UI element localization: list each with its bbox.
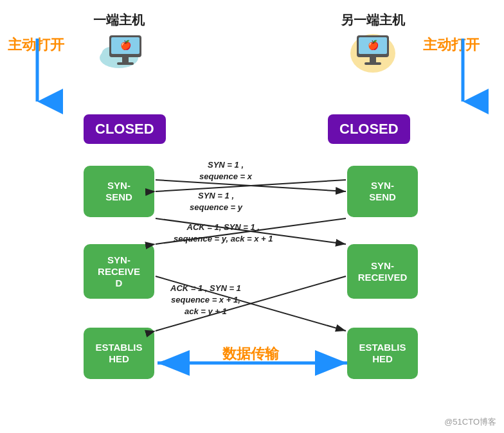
main-container: 一端主机 另一端主机 主动打开 主动打开 🍎 🍎 (0, 0, 504, 433)
syn-send-left: SYN-SEND (84, 166, 154, 217)
established-left: ESTABLISHED (84, 328, 154, 379)
syn-received-right: SYN-RECEIVED (347, 244, 418, 299)
msg2-label: SYN = 1 ,sequence = y (190, 190, 242, 213)
active-open-right: 主动打开 (423, 35, 480, 55)
data-transfer-label: 数据传输 (154, 344, 347, 364)
syn-received-left: SYN-RECEIVED (84, 244, 154, 299)
svg-text:🍎: 🍎 (120, 40, 132, 51)
svg-rect-7 (117, 62, 134, 65)
closed-right: CLOSED (328, 114, 410, 144)
watermark: @51CTO博客 (444, 416, 496, 428)
svg-rect-13 (364, 62, 381, 65)
msg3-label: ACK = 1, SYN = 1 ,sequence = y, ack = x … (174, 222, 273, 245)
msg4-label: ACK = 1 , SYN = 1sequence = x + 1,ack = … (170, 283, 241, 318)
arrows-svg (0, 0, 504, 433)
established-right: ESTABLISHED (347, 328, 418, 379)
svg-rect-6 (122, 57, 129, 62)
host-right-label: 另一端主机 (341, 12, 405, 29)
svg-text:🍎: 🍎 (368, 40, 379, 51)
host-left-label: 一端主机 (93, 12, 145, 29)
msg1-label: SYN = 1 ,sequence = x (199, 159, 252, 182)
closed-left: CLOSED (84, 114, 166, 144)
computer-icon-left: 🍎 (96, 29, 154, 82)
syn-send-right: SYN-SEND (347, 166, 418, 217)
computer-icon-right: 🍎 (344, 29, 402, 82)
svg-rect-12 (370, 57, 376, 62)
active-open-left: 主动打开 (8, 35, 64, 55)
